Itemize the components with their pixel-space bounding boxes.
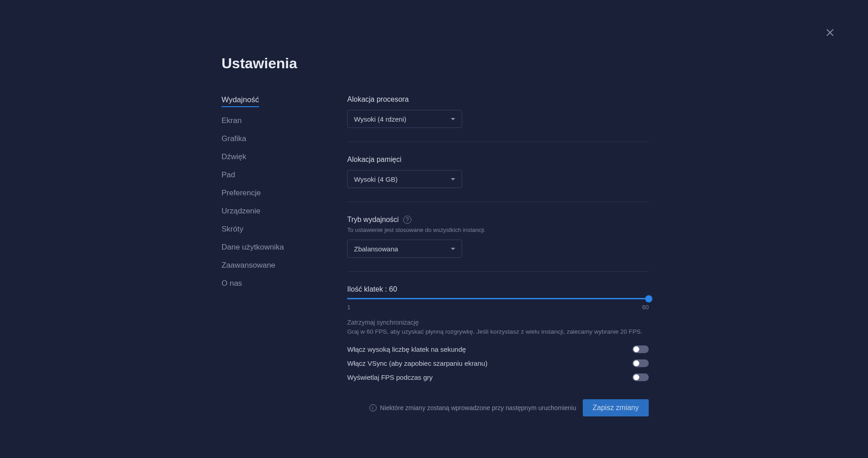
sidebar-item-label: Ekran [222,116,241,125]
performance-mode-sublabel: To ustawienie jest stosowane do wszystki… [347,227,649,233]
sidebar-item-label: Dźwięk [222,152,246,161]
label-text: Tryb wydajności [347,216,399,224]
info-icon: i [369,404,377,411]
sidebar-item-label: Skróty [222,225,243,233]
toggle-knob [633,346,639,352]
chevron-down-icon [451,248,455,250]
sidebar-item-label: O nas [222,279,242,288]
high-fps-toggle[interactable] [632,345,649,353]
save-button[interactable]: Zapisz zmiany [583,399,649,416]
sync-title: Zatrzymaj synchronizację [347,319,649,326]
toggle-knob [633,360,639,366]
close-icon[interactable] [825,27,835,38]
sidebar-item-label: Zaawansowane [222,261,275,269]
chevron-down-icon [451,178,455,180]
settings-sidebar: Wydajność Ekran Grafika Dźwięk Pad Prefe… [222,95,307,416]
vsync-label: Włącz VSync (aby zapobiec szarpaniu ekra… [347,359,487,367]
help-icon[interactable]: ? [403,216,411,224]
select-value: Wysoki (4 GB) [354,175,398,183]
label-text: Ilość klatek : [347,285,389,293]
sidebar-item-graphics[interactable]: Grafika [222,134,307,143]
sidebar-item-device[interactable]: Urządzenie [222,207,307,216]
sidebar-item-label: Pad [222,170,235,179]
frames-value: 60 [389,285,397,293]
sidebar-item-label: Dane użytkownika [222,243,284,251]
performance-mode-select[interactable]: Zbalansowana [347,240,462,258]
show-fps-label: Wyświetlaj FPS podczas gry [347,373,433,381]
sidebar-item-preferences[interactable]: Preferencje [222,189,307,198]
sidebar-item-label: Grafika [222,134,246,143]
sidebar-item-performance[interactable]: Wydajność [222,95,259,107]
slider-min: 1 [347,304,350,311]
sync-description: Graj w 60 FPS, aby uzyskać płynną rozgry… [347,328,649,336]
sidebar-item-screen[interactable]: Ekran [222,116,307,125]
sidebar-item-label: Urządzenie [222,207,260,215]
show-fps-toggle[interactable] [632,373,649,381]
page-title: Ustawienia [222,55,649,72]
sidebar-item-sound[interactable]: Dźwięk [222,152,307,161]
cpu-allocation-label: Alokacja procesora [347,95,649,104]
sidebar-item-label: Preferencje [222,189,261,197]
sidebar-item-pad[interactable]: Pad [222,170,307,179]
chevron-down-icon [451,118,455,120]
select-value: Wysoki (4 rdzeni) [354,115,406,123]
sidebar-item-userdata[interactable]: Dane użytkownika [222,243,307,252]
slider-max: 60 [642,304,649,311]
frames-slider[interactable] [347,298,649,299]
sidebar-item-shortcuts[interactable]: Skróty [222,225,307,234]
vsync-toggle[interactable] [632,359,649,367]
slider-thumb[interactable] [645,295,652,302]
performance-mode-label: Tryb wydajności ? [347,216,649,224]
memory-allocation-label: Alokacja pamięci [347,156,649,164]
toggle-knob [633,374,639,380]
select-value: Zbalansowana [354,245,398,253]
high-fps-label: Włącz wysoką liczbę klatek na sekundę [347,345,466,353]
memory-allocation-select[interactable]: Wysoki (4 GB) [347,170,462,188]
footer-info-text: Niektóre zmiany zostaną wprowadzone przy… [380,404,576,411]
sidebar-item-advanced[interactable]: Zaawansowane [222,261,307,270]
sidebar-item-about[interactable]: O nas [222,279,307,288]
cpu-allocation-select[interactable]: Wysoki (4 rdzeni) [347,110,462,128]
frames-label: Ilość klatek : 60 [347,285,649,293]
sidebar-item-label: Wydajność [222,95,259,104]
footer-info: i Niektóre zmiany zostaną wprowadzone pr… [369,404,576,411]
